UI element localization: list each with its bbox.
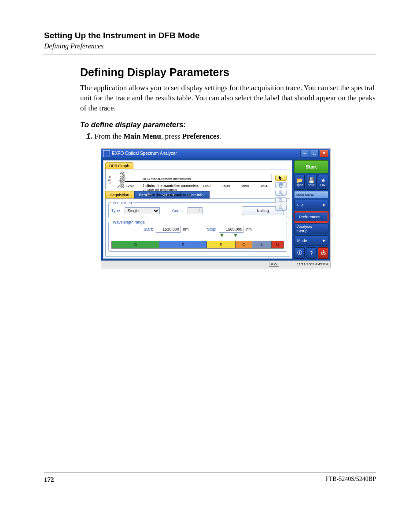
y-tick: -100 [112,185,124,189]
type-label: Type: [111,209,121,213]
acquisition-panel: Acquisition Type: Single Count: Nulling … [105,198,290,257]
side-menu: Start 📂Open 💾Save ★Fav. Main Menu File▶ … [292,158,330,261]
x-tick: 1400 [184,184,192,188]
exit-button[interactable]: ⏻ [318,247,328,259]
model-number: FTB-5240S/5240BP [325,476,376,483]
menu-mode[interactable]: Mode▶ [294,235,328,246]
info-button[interactable]: ⓘ [294,247,305,259]
wavelength-fieldset: Wavelength range Start: nm Stop: nm [108,220,287,252]
app-icon [103,150,110,157]
page-number: 172 [44,476,54,483]
acquisition-legend: Acquisition [111,201,133,205]
section-subtitle: Defining Preferences [44,42,376,50]
step-1: 1. From the Main Menu, press Preferences… [44,132,376,141]
band-c: C [236,241,252,248]
info-icon: ⓘ [297,249,302,256]
help-button[interactable]: ? [306,247,317,259]
plot-instruction-line: 3- Save results and trace to file [143,193,199,198]
step-number: 1. [86,132,92,140]
dfb-graph-tab[interactable]: DFB Graph [105,162,133,169]
body-text: The application allows you to set displa… [44,83,376,114]
band-e: E [159,241,207,248]
pointer-tool[interactable] [275,175,287,181]
chevron-right-icon: ▶ [323,203,325,207]
unit-label: nm [246,227,252,231]
fav-button[interactable]: ★Fav. [318,175,328,190]
start-label: Start: [144,227,153,231]
menu-file[interactable]: File▶ [294,200,328,210]
y-axis-label: dBm [107,172,112,188]
type-select[interactable]: Single [125,207,160,214]
step-bold-1: Main Menu [124,132,161,140]
start-field[interactable] [156,226,181,233]
svg-line-1 [282,194,283,195]
instruction-title: To define display parameters: [44,121,376,129]
main-pane: DFB Graph dBm DFB measurement instructio… [103,160,292,259]
menu-analysis-setup[interactable]: Analysis Setup... [294,224,328,234]
stop-field[interactable] [219,226,243,233]
x-tick: 1300 [145,184,153,188]
save-button[interactable]: 💾Save [306,175,317,190]
wavelength-slider[interactable] [111,234,284,238]
window-titlebar: EXFO Optical Spectrum Analyzer ‒ ▢ ✕ [101,149,330,158]
graph-area: dBm DFB measurement instructions 1- Sele… [105,169,290,189]
zoom-in-tool[interactable] [275,190,287,196]
close-button[interactable]: ✕ [320,150,328,158]
maximize-button[interactable]: ▢ [310,150,319,158]
power-icon: ⏻ [321,250,326,256]
svg-line-5 [282,201,283,202]
zoom-out-tool[interactable] [275,205,287,211]
app-screenshot: EXFO Optical Spectrum Analyzer ‒ ▢ ✕ DFB… [101,149,330,268]
divider [44,54,376,55]
acquisition-fieldset: Acquisition Type: Single Count: Nulling [108,201,287,218]
plot-canvas: DFB measurement instructions 1- Select t… [125,174,272,182]
band-l: L [252,241,272,248]
band-s: S [207,241,236,248]
star-icon: ★ [321,178,326,183]
chevron-right-icon: ▶ [323,238,325,242]
svg-line-8 [282,209,283,210]
footer-divider [44,472,376,473]
tab-acquisition[interactable]: Acquisition [105,191,134,198]
x-tick: 1350 [164,184,172,188]
section-title: Defining Display Parameters [44,66,376,79]
x-tick: 1450 [203,184,210,188]
x-tick: 1250 [126,184,134,188]
status-icons: ✕ 🗗 [269,262,279,267]
menu-preferences[interactable]: Preferences... [294,212,328,222]
plot-instruction-line: 2- Start an acquisition [143,188,199,193]
start-button[interactable]: Start [294,160,328,173]
pan-tool[interactable] [275,182,287,188]
step-text: , press [161,132,182,140]
unit-label: nm [183,227,189,231]
floppy-icon: 💾 [308,178,315,183]
window-title: EXFO Optical Spectrum Analyzer [112,151,177,156]
band-bar: O E S C L U [111,241,284,249]
folder-open-icon: 📂 [296,178,303,183]
x-tick: 1500 [222,184,230,188]
status-time: 11/11/2009 4:45 PM [297,262,328,266]
status-bar: ✕ 🗗 11/11/2009 4:45 PM [101,261,330,268]
x-tick: 1550 [241,184,249,188]
wavelength-legend: Wavelength range [111,220,146,224]
count-label: Count: [172,209,184,213]
stop-label: Stop: [207,227,216,231]
step-text: From the [94,132,123,140]
chapter-title: Setting Up the Instrument in DFB Mode [44,31,376,40]
count-field [188,207,203,214]
step-text: . [219,132,221,140]
svg-point-6 [280,199,281,200]
minimize-button[interactable]: ‒ [300,150,309,158]
open-button[interactable]: 📂Open [294,175,305,190]
band-u: U [272,241,284,248]
plot-instruction-title: DFB measurement instructions [143,177,199,182]
x-tick: 1600 [260,184,268,188]
step-bold-2: Preferences [182,132,219,140]
main-menu-header: Main Menu [294,191,328,198]
help-icon: ? [310,250,313,256]
zoom-fit-tool[interactable] [275,197,287,203]
band-o: O [112,241,159,248]
